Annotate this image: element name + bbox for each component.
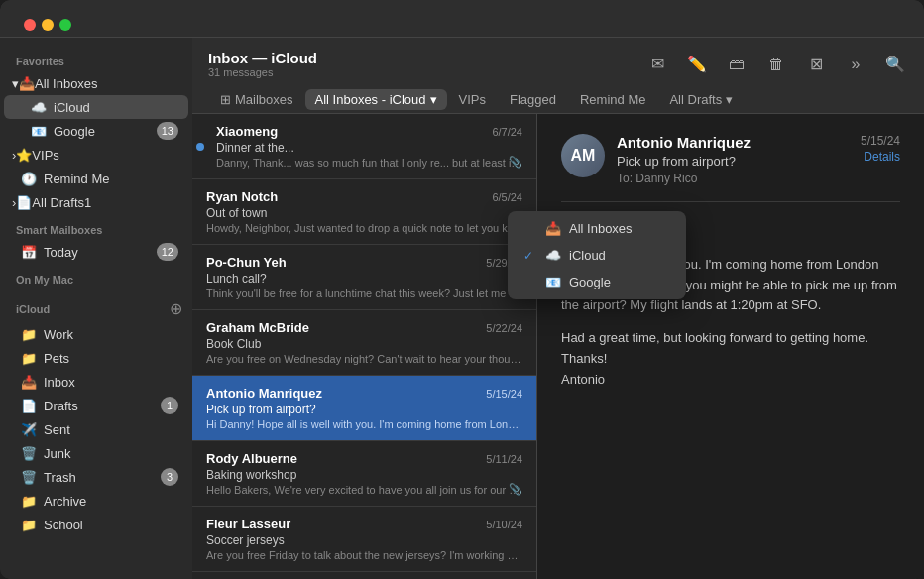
- edit-button[interactable]: ✏️: [684, 52, 710, 77]
- content-area: Xiaomeng 6/7/24 Dinner at the... Danny, …: [192, 114, 924, 579]
- compose-button[interactable]: ✉: [644, 52, 670, 77]
- junk-toolbar-button[interactable]: ⊠: [803, 52, 829, 77]
- archive-toolbar-button[interactable]: 🗃: [724, 52, 750, 77]
- message-item[interactable]: Po-Chun Yeh 5/29/24 Lunch call? Think yo…: [192, 245, 536, 310]
- sender-name: Xiaomeng: [216, 124, 278, 139]
- message-date: 5/22/24: [486, 322, 522, 334]
- header-top: Inbox — iCloud 31 messages ✉ ✏️ 🗃 🗑 ⊠ » …: [208, 50, 908, 78]
- sidebar-item-work[interactable]: 📁 Work: [4, 322, 188, 346]
- sidebar-item-label: iCloud: [54, 100, 178, 115]
- sidebar-item-label: Junk: [44, 446, 178, 461]
- reading-pane: AM Antonio Manriquez Pick up from airpor…: [537, 114, 924, 579]
- search-button[interactable]: 🔍: [882, 52, 908, 77]
- mail-window: Favorites ▾ 📥 All Inboxes ☁️ iCloud 📧 Go…: [0, 0, 924, 579]
- sidebar-item-remind-me[interactable]: 🕐 Remind Me: [4, 167, 188, 190]
- dropdown-item-label: All Inboxes: [569, 221, 633, 236]
- sidebar-item-archive[interactable]: 📁 Archive: [4, 489, 188, 513]
- sent-icon: ✈️: [20, 420, 38, 438]
- sidebar-item-label: All Inboxes: [35, 76, 98, 91]
- message-preview: Hello Bakers, We're very excited to have…: [206, 484, 522, 496]
- sidebar-item-label: Today: [44, 245, 157, 260]
- tab-all-inboxes-icloud[interactable]: All Inboxes - iCloud ▾: [305, 89, 447, 110]
- message-item[interactable]: Fleur Lasseur 5/10/24 Soccer jerseys Are…: [192, 507, 536, 572]
- trash-toolbar-button[interactable]: 🗑: [763, 52, 789, 77]
- tab-vips[interactable]: VIPs: [447, 86, 498, 113]
- google-badge: 13: [157, 122, 178, 140]
- sidebar-item-label: All Drafts: [32, 195, 84, 210]
- tab-mailboxes[interactable]: ⊞ Mailboxes: [208, 86, 305, 113]
- more-button[interactable]: »: [843, 52, 868, 77]
- sidebar-item-trash[interactable]: 🗑️ Trash 3: [4, 465, 188, 489]
- tab-flagged[interactable]: Flagged: [498, 86, 568, 113]
- sender-name: Graham McBride: [206, 320, 309, 335]
- attachment-icon: 📎: [509, 156, 522, 169]
- close-button[interactable]: [24, 19, 36, 31]
- today-badge: 12: [157, 243, 178, 261]
- inbox-folder-icon: 📥: [20, 373, 38, 391]
- sidebar-item-all-inboxes[interactable]: ▾ 📥 All Inboxes: [4, 71, 188, 95]
- window-controls: [12, 7, 83, 31]
- message-header: Antonio Manriquez 5/15/24: [206, 386, 522, 401]
- smart-mailboxes-label: Smart Mailboxes: [0, 214, 192, 240]
- unread-indicator: [196, 143, 204, 151]
- sidebar-item-label: Drafts: [44, 399, 161, 413]
- chevron-down-icon: ▾: [726, 92, 733, 107]
- email-to: To: Danny Rico: [617, 172, 849, 185]
- sidebar-item-label: VIPs: [32, 148, 58, 163]
- message-date: 5/15/24: [486, 388, 522, 400]
- school-folder-icon: 📁: [20, 516, 38, 533]
- main-area: Inbox — iCloud 31 messages ✉ ✏️ 🗃 🗑 ⊠ » …: [192, 38, 924, 579]
- details-link[interactable]: Details: [861, 150, 900, 164]
- avatar: AM: [561, 134, 605, 177]
- tab-all-drafts[interactable]: All Drafts ▾: [657, 86, 745, 113]
- tab-remind-me[interactable]: Remind Me: [568, 86, 657, 113]
- google-dropdown-icon: 📧: [545, 275, 561, 290]
- message-subject: Dinner at the...: [216, 141, 522, 155]
- sidebar-item-school[interactable]: 📁 School: [4, 513, 188, 536]
- message-item[interactable]: Graham McBride 5/22/24 Book Club Are you…: [192, 310, 536, 376]
- message-subject: Baking workshop: [206, 468, 522, 482]
- sidebar-item-inbox[interactable]: 📥 Inbox: [4, 370, 188, 394]
- minimize-button[interactable]: [42, 19, 54, 31]
- sidebar-item-google[interactable]: 📧 Google 13: [4, 119, 188, 143]
- sidebar: Favorites ▾ 📥 All Inboxes ☁️ iCloud 📧 Go…: [0, 38, 192, 579]
- add-mailbox-button[interactable]: ⊕: [170, 299, 182, 318]
- sidebar-item-all-drafts[interactable]: › 📄 All Drafts 1: [4, 190, 188, 214]
- folder-icon: 📁: [20, 325, 38, 343]
- sidebar-item-today[interactable]: 📅 Today 12: [4, 240, 188, 264]
- sidebar-item-drafts[interactable]: 📄 Drafts 1: [4, 394, 188, 417]
- message-item[interactable]: Ryan Notch 6/5/24 Out of town Howdy, Nei…: [192, 179, 536, 245]
- drafts-icon: 📄: [16, 195, 32, 210]
- cloud-icon: ☁️: [30, 98, 48, 116]
- message-header: Po-Chun Yeh 5/29/24: [206, 255, 522, 270]
- sidebar-item-junk[interactable]: 🗑️ Junk: [4, 441, 188, 465]
- sidebar-item-sent[interactable]: ✈️ Sent: [4, 417, 188, 441]
- message-header: Ryan Notch 6/5/24: [206, 189, 522, 204]
- title-bar: [0, 0, 924, 38]
- attachment-icon: 📎: [509, 483, 522, 496]
- fullscreen-button[interactable]: [59, 19, 71, 31]
- dropdown-item-icloud[interactable]: ✓ ☁️ iCloud: [512, 242, 682, 269]
- dropdown-label: All Inboxes - iCloud: [315, 92, 426, 107]
- drafts-folder-icon: 📄: [20, 397, 38, 414]
- header-title-area: Inbox — iCloud 31 messages: [208, 50, 317, 78]
- message-header: Xiaomeng 6/7/24: [216, 124, 522, 139]
- message-item[interactable]: Xiaomeng 6/7/24 Dinner at the... Danny, …: [192, 114, 536, 179]
- message-item[interactable]: Rody Albuerne 5/11/24 Baking workshop He…: [192, 441, 536, 507]
- header: Inbox — iCloud 31 messages ✉ ✏️ 🗃 🗑 ⊠ » …: [192, 38, 924, 114]
- archive-icon: 📁: [20, 492, 38, 510]
- sidebar-item-pets[interactable]: 📁 Pets: [4, 346, 188, 370]
- dropdown-item-all-inboxes[interactable]: 📥 All Inboxes: [512, 215, 682, 242]
- body-closing: Had a great time, but looking forward to…: [561, 328, 900, 390]
- inbox-dropdown-icon: 📥: [545, 221, 561, 236]
- email-header: AM Antonio Manriquez Pick up from airpor…: [561, 134, 900, 202]
- dropdown-item-google[interactable]: 📧 Google: [512, 269, 682, 295]
- message-item-selected[interactable]: Antonio Manriquez 5/15/24 Pick up from a…: [192, 376, 536, 441]
- trash-badge: 3: [161, 468, 178, 486]
- message-preview: Think you'll be free for a lunchtime cha…: [206, 288, 522, 299]
- sender-name: Fleur Lasseur: [206, 517, 290, 531]
- sidebar-item-label: Google: [54, 124, 157, 139]
- sidebar-item-icloud[interactable]: ☁️ iCloud: [4, 95, 188, 119]
- sidebar-item-vips[interactable]: › ⭐ VIPs: [4, 143, 188, 167]
- dropdown-item-label: iCloud: [569, 248, 606, 263]
